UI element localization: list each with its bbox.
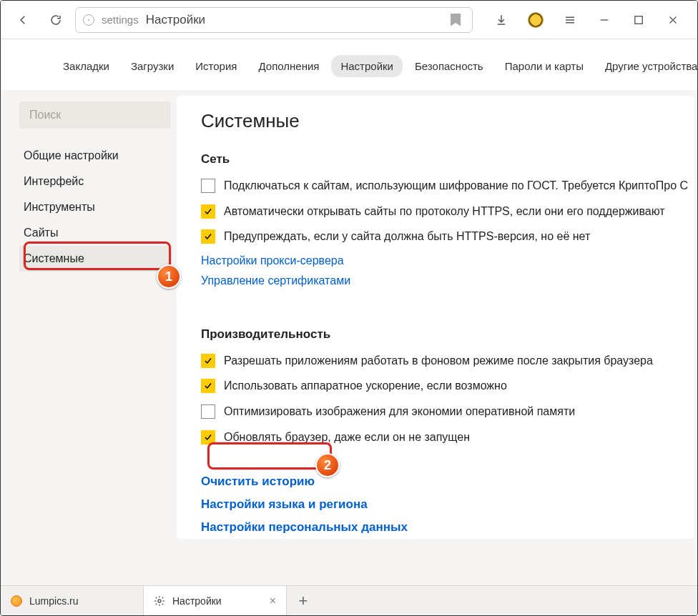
favicon-icon (11, 595, 22, 607)
check-label: Обновлять браузер, даже если он не запущ… (224, 429, 470, 445)
svg-point-1 (158, 600, 161, 602)
nav-tab-downloads[interactable]: Загрузки (122, 55, 183, 77)
downloads-button[interactable] (486, 6, 517, 34)
window-close-button[interactable] (657, 6, 689, 34)
check-label: Разрешать приложениям работать в фоновом… (224, 353, 653, 369)
tab-settings[interactable]: Настройки × (144, 586, 287, 615)
tab-label: Lumpics.ru (29, 595, 78, 607)
nav-tab-history[interactable]: История (186, 55, 246, 77)
nav-tab-security[interactable]: Безопасность (405, 55, 493, 77)
check-gost[interactable]: Подключаться к сайтам, использующим шифр… (201, 178, 694, 194)
link-proxy-settings[interactable]: Настройки прокси-сервера (201, 254, 344, 267)
site-identity-icon (83, 14, 94, 26)
tab-lumpics[interactable]: Lumpics.ru (1, 586, 144, 615)
section-performance-title: Производительность (201, 327, 694, 342)
sidebar-item-system[interactable]: Системные (19, 246, 171, 272)
profile-avatar-icon (528, 12, 544, 28)
tab-close-icon[interactable]: × (270, 595, 276, 607)
profile-button[interactable] (520, 6, 551, 34)
search-input[interactable]: Поиск (19, 101, 171, 129)
content-panel: Системные Сеть Подключаться к сайтам, ис… (177, 96, 694, 539)
check-label: Автоматически открывать сайты по протоко… (224, 204, 665, 219)
back-button[interactable] (9, 6, 36, 34)
nav-tab-bookmarks[interactable]: Закладки (54, 55, 119, 77)
nav-tab-settings[interactable]: Настройки (331, 55, 403, 77)
settings-nav: Закладки Загрузки История Дополнения Нас… (1, 39, 697, 90)
address-text: settings Настройки (102, 13, 438, 27)
sidebar-item-general[interactable]: Общие настройки (19, 143, 171, 169)
browser-toolbar: settings Настройки (1, 1, 697, 39)
main-area: Поиск Общие настройки Интерфейс Инструме… (1, 90, 697, 590)
checkbox-checked-icon (201, 430, 215, 444)
check-background-apps[interactable]: Разрешать приложениям работать в фоновом… (201, 353, 694, 369)
link-personal-data[interactable]: Настройки персональных данных (201, 520, 408, 535)
check-https-warn[interactable]: Предупреждать, если у сайта должна быть … (201, 229, 694, 244)
check-label: Оптимизировать изображения для экономии … (224, 404, 575, 419)
link-cert-management[interactable]: Управление сертификатами (201, 274, 350, 287)
check-auto-update[interactable]: Обновлять браузер, даже если он не запущ… (201, 429, 694, 445)
sidebar-item-interface[interactable]: Интерфейс (19, 169, 171, 194)
menu-button[interactable] (554, 6, 586, 34)
checkbox-checked-icon (201, 379, 215, 393)
tab-strip: Lumpics.ru Настройки × + (1, 585, 697, 615)
gear-icon (154, 595, 165, 607)
page-title: Системные (201, 110, 694, 132)
tab-label: Настройки (172, 595, 222, 607)
nav-tab-addons[interactable]: Дополнения (249, 55, 328, 77)
sidebar: Поиск Общие настройки Интерфейс Инструме… (1, 96, 177, 590)
link-language-region[interactable]: Настройки языка и региона (201, 497, 368, 512)
check-optimize-images[interactable]: Оптимизировать изображения для экономии … (201, 404, 694, 419)
check-auto-https[interactable]: Автоматически открывать сайты по протоко… (201, 204, 694, 219)
check-hw-accel[interactable]: Использовать аппаратное ускорение, если … (201, 378, 694, 394)
section-network-title: Сеть (201, 152, 694, 167)
checkbox-checked-icon (201, 354, 215, 368)
check-label: Подключаться к сайтам, использующим шифр… (224, 178, 688, 194)
address-bar[interactable]: settings Настройки (75, 7, 473, 33)
link-clear-history[interactable]: Очистить историю (201, 475, 315, 489)
checkbox-icon (201, 179, 215, 193)
nav-tab-devices[interactable]: Другие устройства (596, 55, 698, 77)
checkbox-checked-icon (201, 229, 215, 244)
checkbox-checked-icon (201, 204, 215, 219)
window-minimize-button[interactable] (589, 6, 620, 34)
reload-button[interactable] (42, 6, 69, 34)
bookmark-icon[interactable] (451, 14, 461, 26)
svg-rect-0 (635, 16, 643, 24)
new-tab-button[interactable]: + (287, 586, 320, 615)
check-label: Использовать аппаратное ускорение, если … (224, 378, 507, 394)
sidebar-item-sites[interactable]: Сайты (19, 220, 171, 246)
checkbox-icon (201, 404, 215, 419)
window-maximize-button[interactable] (623, 6, 654, 34)
sidebar-item-tools[interactable]: Инструменты (19, 194, 171, 220)
nav-tab-passwords[interactable]: Пароли и карты (496, 55, 593, 77)
check-label: Предупреждать, если у сайта должна быть … (224, 229, 590, 244)
